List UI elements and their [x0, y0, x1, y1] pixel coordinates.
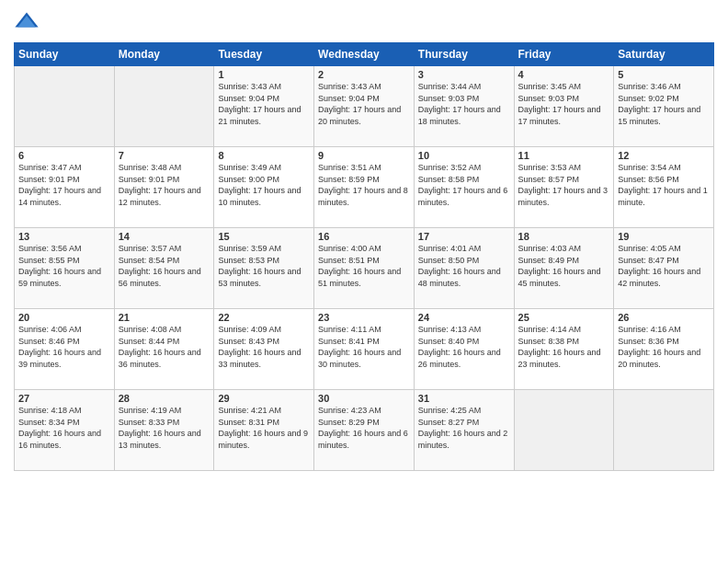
- cell-details: Sunrise: 4:05 AMSunset: 8:47 PMDaylight:…: [618, 243, 710, 289]
- calendar-cell: 15Sunrise: 3:59 AMSunset: 8:53 PMDayligh…: [214, 228, 314, 309]
- day-number: 16: [318, 231, 410, 242]
- calendar-cell: 14Sunrise: 3:57 AMSunset: 8:54 PMDayligh…: [114, 228, 214, 309]
- calendar-cell: 29Sunrise: 4:21 AMSunset: 8:31 PMDayligh…: [214, 390, 314, 471]
- calendar-cell: 3Sunrise: 3:44 AMSunset: 9:03 PMDaylight…: [414, 66, 514, 147]
- cell-details: Sunrise: 4:00 AMSunset: 8:51 PMDaylight:…: [318, 243, 410, 289]
- calendar-page: SundayMondayTuesdayWednesdayThursdayFrid…: [0, 0, 728, 563]
- day-number: 7: [119, 150, 210, 161]
- cell-details: Sunrise: 3:43 AMSunset: 9:04 PMDaylight:…: [218, 81, 310, 127]
- calendar-cell: [114, 66, 214, 147]
- calendar-cell: 12Sunrise: 3:54 AMSunset: 8:56 PMDayligh…: [614, 147, 714, 228]
- day-number: 3: [418, 69, 510, 80]
- cell-details: Sunrise: 3:54 AMSunset: 8:56 PMDaylight:…: [618, 162, 710, 208]
- day-number: 19: [618, 231, 710, 242]
- day-number: 11: [518, 150, 610, 161]
- calendar-cell: 17Sunrise: 4:01 AMSunset: 8:50 PMDayligh…: [414, 228, 514, 309]
- cell-details: Sunrise: 3:52 AMSunset: 8:58 PMDaylight:…: [418, 162, 510, 208]
- day-headers-row: SundayMondayTuesdayWednesdayThursdayFrid…: [15, 43, 714, 66]
- cell-details: Sunrise: 4:21 AMSunset: 8:31 PMDaylight:…: [218, 405, 310, 451]
- day-number: 24: [418, 312, 510, 323]
- cell-details: Sunrise: 4:11 AMSunset: 8:41 PMDaylight:…: [318, 324, 410, 370]
- calendar-cell: 6Sunrise: 3:47 AMSunset: 9:01 PMDaylight…: [15, 147, 115, 228]
- cell-details: Sunrise: 4:19 AMSunset: 8:33 PMDaylight:…: [119, 405, 210, 451]
- calendar-cell: 5Sunrise: 3:46 AMSunset: 9:02 PMDaylight…: [614, 66, 714, 147]
- cell-details: Sunrise: 4:23 AMSunset: 8:29 PMDaylight:…: [318, 405, 410, 451]
- cell-details: Sunrise: 3:51 AMSunset: 8:59 PMDaylight:…: [318, 162, 410, 208]
- cell-details: Sunrise: 3:43 AMSunset: 9:04 PMDaylight:…: [318, 81, 410, 127]
- day-number: 27: [18, 393, 110, 404]
- calendar-cell: 27Sunrise: 4:18 AMSunset: 8:34 PMDayligh…: [15, 390, 115, 471]
- day-number: 5: [618, 69, 710, 80]
- day-header-thursday: Thursday: [414, 43, 514, 66]
- calendar-cell: 2Sunrise: 3:43 AMSunset: 9:04 PMDaylight…: [314, 66, 415, 147]
- calendar-cell: 10Sunrise: 3:52 AMSunset: 8:58 PMDayligh…: [414, 147, 514, 228]
- calendar-cell: 28Sunrise: 4:19 AMSunset: 8:33 PMDayligh…: [114, 390, 214, 471]
- day-number: 13: [18, 231, 110, 242]
- cell-details: Sunrise: 4:08 AMSunset: 8:44 PMDaylight:…: [119, 324, 210, 370]
- calendar-cell: 1Sunrise: 3:43 AMSunset: 9:04 PMDaylight…: [214, 66, 314, 147]
- day-number: 14: [119, 231, 210, 242]
- day-number: 20: [18, 312, 110, 323]
- cell-details: Sunrise: 3:47 AMSunset: 9:01 PMDaylight:…: [18, 162, 110, 208]
- calendar-cell: 30Sunrise: 4:23 AMSunset: 8:29 PMDayligh…: [314, 390, 415, 471]
- day-header-tuesday: Tuesday: [214, 43, 314, 66]
- calendar-cell: 13Sunrise: 3:56 AMSunset: 8:55 PMDayligh…: [15, 228, 115, 309]
- cell-details: Sunrise: 4:13 AMSunset: 8:40 PMDaylight:…: [418, 324, 510, 370]
- cell-details: Sunrise: 4:09 AMSunset: 8:43 PMDaylight:…: [218, 324, 310, 370]
- day-number: 28: [119, 393, 210, 404]
- calendar-cell: 20Sunrise: 4:06 AMSunset: 8:46 PMDayligh…: [15, 309, 115, 390]
- day-number: 6: [18, 150, 110, 161]
- day-number: 23: [318, 312, 410, 323]
- day-number: 17: [418, 231, 510, 242]
- calendar-cell: 16Sunrise: 4:00 AMSunset: 8:51 PMDayligh…: [314, 228, 415, 309]
- day-number: 31: [418, 393, 510, 404]
- calendar-cell: 31Sunrise: 4:25 AMSunset: 8:27 PMDayligh…: [414, 390, 514, 471]
- calendar-cell: 11Sunrise: 3:53 AMSunset: 8:57 PMDayligh…: [514, 147, 614, 228]
- cell-details: Sunrise: 3:49 AMSunset: 9:00 PMDaylight:…: [218, 162, 310, 208]
- day-number: 26: [618, 312, 710, 323]
- cell-details: Sunrise: 3:59 AMSunset: 8:53 PMDaylight:…: [218, 243, 310, 289]
- cell-details: Sunrise: 4:06 AMSunset: 8:46 PMDaylight:…: [18, 324, 110, 370]
- calendar-cell: 7Sunrise: 3:48 AMSunset: 9:01 PMDaylight…: [114, 147, 214, 228]
- cell-details: Sunrise: 4:14 AMSunset: 8:38 PMDaylight:…: [518, 324, 610, 370]
- day-number: 18: [518, 231, 610, 242]
- week-row-5: 27Sunrise: 4:18 AMSunset: 8:34 PMDayligh…: [15, 390, 714, 471]
- week-row-4: 20Sunrise: 4:06 AMSunset: 8:46 PMDayligh…: [15, 309, 714, 390]
- cell-details: Sunrise: 3:44 AMSunset: 9:03 PMDaylight:…: [418, 81, 510, 127]
- cell-details: Sunrise: 3:57 AMSunset: 8:54 PMDaylight:…: [119, 243, 210, 289]
- calendar-cell: [15, 66, 115, 147]
- cell-details: Sunrise: 4:03 AMSunset: 8:49 PMDaylight:…: [518, 243, 610, 289]
- cell-details: Sunrise: 3:48 AMSunset: 9:01 PMDaylight:…: [119, 162, 210, 208]
- cell-details: Sunrise: 4:16 AMSunset: 8:36 PMDaylight:…: [618, 324, 710, 370]
- day-number: 8: [218, 150, 310, 161]
- day-number: 15: [218, 231, 310, 242]
- day-number: 30: [318, 393, 410, 404]
- logo: [14, 9, 43, 35]
- calendar-cell: 26Sunrise: 4:16 AMSunset: 8:36 PMDayligh…: [614, 309, 714, 390]
- calendar-cell: 22Sunrise: 4:09 AMSunset: 8:43 PMDayligh…: [214, 309, 314, 390]
- calendar-cell: 21Sunrise: 4:08 AMSunset: 8:44 PMDayligh…: [114, 309, 214, 390]
- calendar-cell: 4Sunrise: 3:45 AMSunset: 9:03 PMDaylight…: [514, 66, 614, 147]
- cell-details: Sunrise: 3:45 AMSunset: 9:03 PMDaylight:…: [518, 81, 610, 127]
- day-number: 10: [418, 150, 510, 161]
- week-row-3: 13Sunrise: 3:56 AMSunset: 8:55 PMDayligh…: [15, 228, 714, 309]
- day-number: 1: [218, 69, 310, 80]
- day-header-wednesday: Wednesday: [314, 43, 415, 66]
- cell-details: Sunrise: 3:56 AMSunset: 8:55 PMDaylight:…: [18, 243, 110, 289]
- calendar-cell: 9Sunrise: 3:51 AMSunset: 8:59 PMDaylight…: [314, 147, 415, 228]
- week-row-1: 1Sunrise: 3:43 AMSunset: 9:04 PMDaylight…: [15, 66, 714, 147]
- day-number: 2: [318, 69, 410, 80]
- calendar-cell: 23Sunrise: 4:11 AMSunset: 8:41 PMDayligh…: [314, 309, 415, 390]
- cell-details: Sunrise: 3:53 AMSunset: 8:57 PMDaylight:…: [518, 162, 610, 208]
- calendar-cell: [614, 390, 714, 471]
- day-header-saturday: Saturday: [614, 43, 714, 66]
- calendar-cell: [514, 390, 614, 471]
- logo-icon: [14, 9, 40, 35]
- day-number: 25: [518, 312, 610, 323]
- day-number: 4: [518, 69, 610, 80]
- cell-details: Sunrise: 4:18 AMSunset: 8:34 PMDaylight:…: [18, 405, 110, 451]
- day-header-monday: Monday: [114, 43, 214, 66]
- day-number: 29: [218, 393, 310, 404]
- cell-details: Sunrise: 4:01 AMSunset: 8:50 PMDaylight:…: [418, 243, 510, 289]
- week-row-2: 6Sunrise: 3:47 AMSunset: 9:01 PMDaylight…: [15, 147, 714, 228]
